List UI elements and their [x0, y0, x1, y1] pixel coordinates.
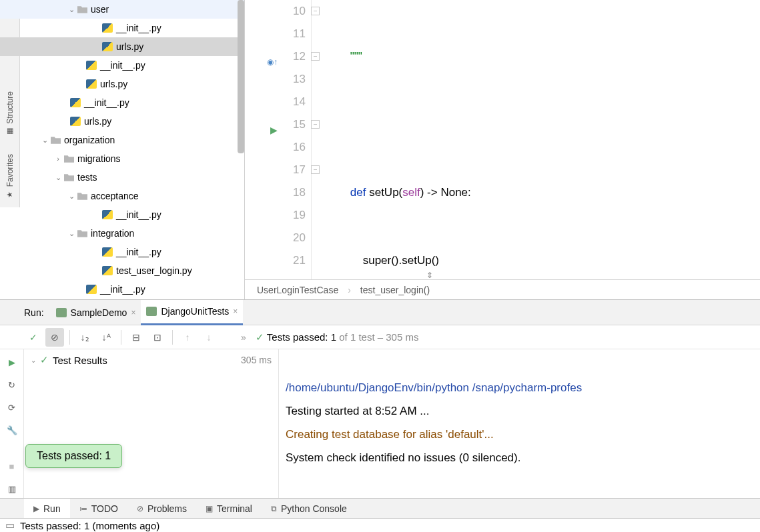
- chevron-down-icon[interactable]: ⌄: [67, 192, 76, 201]
- expand-icon[interactable]: ⊟: [127, 328, 145, 347]
- python-file-icon: [69, 97, 81, 108]
- tree-folder[interactable]: ⌄acceptance: [0, 187, 244, 205]
- run-tab[interactable]: SampleDemo×: [51, 300, 141, 325]
- run-panel: Run: SampleDemo× DjangoUnitTests× ✓ ⊘ ↓₂…: [0, 299, 760, 498]
- tree-label: __init__.py: [116, 209, 161, 220]
- tree-folder[interactable]: ⌄integration: [0, 224, 244, 243]
- project-tree[interactable]: ⌄user __init__.py urls.py __init__.py ur…: [0, 0, 245, 299]
- breadcrumb[interactable]: ⇕ UserLoginTestCase › test_user_login(): [245, 279, 760, 299]
- toggle-icon[interactable]: ⟳: [3, 398, 21, 417]
- check-icon[interactable]: ✓: [24, 328, 43, 347]
- tree-label: acceptance: [91, 191, 139, 201]
- tree-file[interactable]: test_user_login.py: [0, 261, 244, 280]
- close-icon[interactable]: ×: [131, 308, 135, 317]
- tree-label: __init__.py: [100, 60, 145, 71]
- console-output[interactable]: /home/ubuntu/DjangoEnv/bin/python /snap/…: [279, 349, 760, 498]
- sort-alpha-icon[interactable]: ↓ᴬ: [97, 328, 115, 347]
- status-icon: ▭: [5, 519, 15, 531]
- folder-icon: [76, 191, 88, 201]
- code-line: """: [325, 50, 362, 63]
- tree-file-selected[interactable]: urls.py: [0, 37, 244, 56]
- gutter[interactable]: 10 11 ◉↑12 13 14 ▶15 16 17 18 19 20 21: [245, 0, 312, 279]
- tree-label: migrations: [77, 153, 121, 164]
- folder-icon: [49, 135, 61, 145]
- tree-folder[interactable]: ⌄organization: [0, 131, 244, 149]
- tests-passed-toast: Tests passed: 1: [25, 444, 122, 468]
- tree-file[interactable]: __init__.py: [0, 280, 244, 299]
- chevron-down-icon[interactable]: ⌄: [67, 229, 76, 238]
- separator: [172, 330, 173, 345]
- status-text: Tests passed: 1 (moments ago): [20, 520, 159, 531]
- tree-label: integration: [91, 228, 134, 239]
- chevron-right-icon[interactable]: ›: [53, 155, 63, 163]
- line-number: 19: [245, 204, 306, 227]
- chevron-down-icon[interactable]: ⌄: [67, 5, 76, 14]
- tab-python-console[interactable]: ⧉Python Console: [262, 499, 356, 519]
- tree-file[interactable]: __init__.py: [0, 19, 244, 37]
- code-line: super().setUp(): [325, 249, 574, 272]
- tree-folder-user[interactable]: ⌄user: [0, 0, 244, 19]
- tree-label: urls.py: [84, 116, 111, 127]
- test-toolbar: ✓ ⊘ ↓₂ ↓ᴬ ⊟ ⊡ ↑ ↓ » ✓Tests passed: 1 of …: [0, 325, 760, 349]
- console-line: /home/ubuntu/DjangoEnv/bin/python /snap/…: [286, 381, 582, 394]
- sort-icon[interactable]: ↓₂: [75, 328, 94, 347]
- run-icon[interactable]: ▶: [3, 353, 21, 371]
- source-area[interactable]: """ def setUp(self) -> None: super().set…: [312, 0, 574, 279]
- tree-folder[interactable]: ⌄tests: [0, 168, 244, 187]
- terminal-icon: ▣: [206, 504, 213, 513]
- tree-label: tests: [77, 172, 97, 183]
- tab-problems[interactable]: ⊘Problems: [127, 499, 196, 519]
- wrench-icon[interactable]: 🔧: [3, 421, 21, 439]
- folder-icon: [76, 228, 88, 239]
- up-icon[interactable]: ↑: [178, 328, 197, 347]
- disabled-icon[interactable]: ⊘: [45, 328, 64, 347]
- code-editor[interactable]: 10 11 ◉↑12 13 14 ▶15 16 17 18 19 20 21 –…: [245, 0, 760, 299]
- line-number: 21: [245, 249, 306, 272]
- tab-todo[interactable]: ≔TODO: [70, 499, 127, 519]
- tree-file[interactable]: __init__.py: [0, 56, 244, 75]
- tree-label: __init__.py: [116, 23, 161, 33]
- bottom-tool-tabs: ▶Run ≔TODO ⊘Problems ▣Terminal ⧉Python C…: [0, 498, 760, 518]
- tree-label: test_user_login.py: [116, 265, 192, 276]
- run-side-toolbar: ▶ ↻ ⟳ 🔧 ■ ▥: [0, 349, 24, 498]
- folder-icon: [63, 153, 75, 164]
- tab-run[interactable]: ▶Run: [24, 499, 70, 519]
- layout-icon[interactable]: ▥: [3, 479, 21, 498]
- chevron-down-icon[interactable]: ⌄: [53, 173, 63, 182]
- rerun-icon[interactable]: ↻: [3, 375, 21, 394]
- tree-file[interactable]: __init__.py: [0, 93, 244, 112]
- run-tab-active[interactable]: DjangoUnitTests×: [141, 300, 243, 325]
- collapse-icon[interactable]: ⊡: [148, 328, 167, 347]
- tree-label: user: [91, 4, 109, 15]
- python-file-icon: [85, 284, 97, 295]
- run-tab-bar: Run: SampleDemo× DjangoUnitTests×: [0, 300, 760, 325]
- python-icon: ⧉: [271, 504, 277, 513]
- split-handle-icon[interactable]: ⇕: [426, 271, 433, 280]
- line-number: 10: [245, 0, 306, 23]
- python-file-icon: [85, 60, 97, 71]
- tab-terminal[interactable]: ▣Terminal: [196, 499, 262, 519]
- list-icon: ≔: [79, 504, 87, 513]
- test-tree[interactable]: ⌄✓Test Results 305 ms: [24, 349, 279, 498]
- more-icon[interactable]: »: [241, 332, 246, 343]
- breadcrumb-item[interactable]: UserLoginTestCase: [257, 285, 338, 295]
- line-number: 16: [245, 136, 306, 159]
- tree-folder[interactable]: ›migrations: [0, 149, 244, 168]
- tree-file[interactable]: __init__.py: [0, 243, 244, 261]
- separator: [121, 330, 121, 345]
- stop-icon[interactable]: ■: [3, 457, 21, 475]
- tree-file[interactable]: __init__.py: [0, 205, 244, 224]
- close-icon[interactable]: ×: [233, 307, 238, 316]
- run-config-icon: [56, 308, 67, 317]
- down-icon[interactable]: ↓: [200, 328, 218, 347]
- code-line: def setUp(self) -> None:: [325, 181, 574, 204]
- line-number: 11: [245, 23, 306, 45]
- check-icon: ✓: [40, 354, 49, 366]
- breadcrumb-item[interactable]: test_user_login(): [360, 285, 430, 295]
- test-results-root[interactable]: ⌄✓Test Results 305 ms: [24, 349, 278, 371]
- tree-file[interactable]: urls.py: [0, 75, 244, 93]
- tree-file[interactable]: urls.py: [0, 112, 244, 131]
- chevron-down-icon[interactable]: ⌄: [31, 357, 36, 364]
- folder-icon: [76, 4, 88, 15]
- chevron-down-icon[interactable]: ⌄: [40, 136, 49, 145]
